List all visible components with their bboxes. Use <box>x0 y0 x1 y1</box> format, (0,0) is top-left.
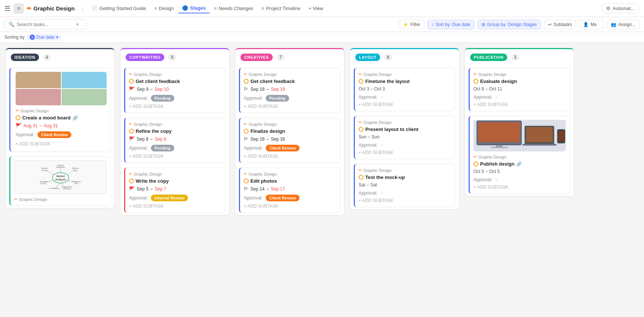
tab-project-timeline[interactable]: ≡ Project Timeline <box>258 4 304 13</box>
card-title: Edit photos <box>244 178 336 184</box>
add-subtask[interactable]: + ADD SUBTASK <box>473 102 566 107</box>
card-market-analysis[interactable]: Market Analysis Market Share Spending Gr… <box>9 156 111 206</box>
card-approval: Approval: – <box>473 95 566 100</box>
add-subtask[interactable]: + ADD SUBTASK <box>129 204 221 209</box>
header: ☰ ⚙ ✏ Graphic Design | 📄 Getting Started… <box>0 0 644 17</box>
svg-rect-28 <box>526 127 553 143</box>
card-approval: Approval: Pending <box>129 95 221 102</box>
svg-text:Mix: Mix <box>75 182 78 185</box>
badge-client[interactable]: Client Review <box>266 145 300 151</box>
tab-project-timeline-icon: ≡ <box>262 6 265 11</box>
card-project-label: ✏ Graphic Design <box>129 172 221 176</box>
card-get-client-feedback-copy[interactable]: ✏ Graphic Design Get client feedback 🚩 S… <box>124 68 226 113</box>
add-subtask[interactable]: + ADD SUBTASK <box>129 104 221 109</box>
card-finetune-layout[interactable]: ✏ Graphic Design Finetune the layout Oct… <box>354 68 455 111</box>
tab-view[interactable]: + View <box>305 4 327 13</box>
add-subtask[interactable]: + ADD SUBTASK <box>244 154 336 159</box>
card-test-mockup[interactable]: ✏ Graphic Design Test the mock-up Sat – … <box>354 164 455 207</box>
add-subtask[interactable]: + ADD SUBTASK <box>244 204 336 209</box>
card-approval: Approval: Internal Review <box>129 195 221 201</box>
column-header-copywriting: COPYWRITING 5 <box>120 49 229 65</box>
badge-client[interactable]: Client Review <box>266 195 300 201</box>
card-device-image <box>473 120 566 151</box>
sort-button[interactable]: ↕ Sort by: Due date <box>427 20 474 29</box>
sort-tag-chevron-icon[interactable]: ▾ <box>56 35 58 40</box>
svg-rect-24 <box>478 122 520 142</box>
tab-design-icon: ≡ <box>154 6 157 11</box>
tab-needs-changes[interactable]: ≡ Needs Changes <box>210 4 257 13</box>
svg-rect-26 <box>491 147 508 148</box>
page-title: ✏ Graphic Design <box>27 5 75 12</box>
card-dates: 🚩 Sep 8 – Sep 8 <box>129 136 221 142</box>
card-create-mood-board[interactable]: ✏ Graphic Design Create a mood board 🔗 🚩… <box>9 68 111 152</box>
sort-icon: ↕ <box>431 22 434 27</box>
card-edit-photos[interactable]: ✏ Graphic Design Edit photos 🏳 Sep 14 – … <box>239 167 340 213</box>
badge-internal[interactable]: Internal Review <box>151 195 188 201</box>
card-market-image: Market Analysis Market Share Spending Gr… <box>14 160 107 194</box>
card-present-layout[interactable]: ✏ Graphic Design Present layout to clien… <box>354 116 455 159</box>
card-evaluate-design[interactable]: ✏ Graphic Design Evaluate design Oct 6 –… <box>469 68 570 111</box>
card-dates: 🏳 Sep 18 – Sep 19 <box>244 86 336 92</box>
card-title: Get client feedback <box>244 79 336 84</box>
add-subtask[interactable]: + ADD SUBTASK <box>359 102 451 107</box>
toolbar-right: ⚡ Filter ↕ Sort by: Due date ⊞ Group by:… <box>399 20 640 29</box>
sort-tag[interactable]: ✕ Due date ▾ <box>27 34 61 41</box>
tab-design[interactable]: ≡ Design <box>151 4 178 13</box>
card-project-label: ✏ Graphic Design <box>244 172 336 176</box>
card-dates: Sat – Sat <box>359 182 451 188</box>
card-dates: 🚩 Aug 31 – Aug 31 <box>16 123 107 128</box>
badge-pending[interactable]: Pending <box>266 95 289 102</box>
link-icon: 🔗 <box>72 115 78 121</box>
card-publish-design[interactable]: ✏ Graphic Design Publish design 🔗 Oct 5 … <box>469 116 570 194</box>
card-project-label: ✏ Graphic Design <box>244 122 336 127</box>
svg-rect-31 <box>559 131 564 141</box>
automat-button[interactable]: ⚙ Automat... <box>601 3 640 13</box>
tab-getting-started-icon: 📄 <box>91 6 97 11</box>
column-header-creatives: CREATIVES 7 <box>235 49 344 65</box>
link-icon: 🔗 <box>516 161 522 167</box>
add-subtask[interactable]: + ADD SUBTASK <box>473 185 566 190</box>
svg-point-0 <box>52 173 69 183</box>
me-button[interactable]: 👤 Me · <box>579 20 604 29</box>
tab-getting-started[interactable]: 📄 Getting Started Guide <box>88 4 150 13</box>
automat-icon: ⚙ <box>606 6 611 11</box>
menu-icon[interactable]: ☰ <box>4 4 10 13</box>
subtasks-button[interactable]: ↩ Subtasks <box>544 20 576 29</box>
group-button[interactable]: ⊞ Group by: Design Stages <box>478 20 541 29</box>
dropdown-icon[interactable]: ▾ <box>76 22 79 27</box>
search-box[interactable]: 🔍 ▾ <box>4 19 86 29</box>
search-input[interactable] <box>17 22 72 27</box>
add-subtask[interactable]: + ADD SUBTASK <box>359 150 451 155</box>
card-finalize-design[interactable]: ✏ Graphic Design Finalize design 🏳 Sep 1… <box>239 118 340 163</box>
card-approval: Approval: Pending <box>244 95 336 102</box>
sort-tag-x-icon[interactable]: ✕ <box>30 35 35 40</box>
add-subtask[interactable]: + ADD SUBTASK <box>359 198 451 203</box>
column-copywriting: COPYWRITING 5 ✏ Graphic Design Get clien… <box>120 48 230 215</box>
tab-stages[interactable]: 🔵 Stages <box>178 3 210 13</box>
card-refine-the-copy[interactable]: ✏ Graphic Design Refine the copy 🚩 Sep 8… <box>124 118 226 163</box>
card-title: Write the copy <box>129 178 221 184</box>
add-subtask[interactable]: + ADD SUBTASK <box>16 140 107 148</box>
svg-rect-25 <box>496 145 502 147</box>
card-title: Finetune the layout <box>359 79 451 84</box>
card-project-label: ✏ Graphic Design <box>359 72 451 77</box>
add-subtask[interactable]: + ADD SUBTASK <box>129 154 221 159</box>
card-dates: Sun – Sun <box>359 134 451 140</box>
column-header-ideation: IDEATION 4 <box>6 49 114 65</box>
card-write-the-copy[interactable]: ✏ Graphic Design Write the copy 🚩 Sep 5 … <box>124 167 226 213</box>
badge-pending[interactable]: Pending <box>151 145 174 151</box>
card-get-client-feedback-creative[interactable]: ✏ Graphic Design Get client feedback 🏳 S… <box>239 68 340 113</box>
filter-button[interactable]: ⚡ Filter <box>399 20 424 29</box>
subtasks-icon: ↩ <box>548 22 552 27</box>
column-layout: LAYOUT 6 ✏ Graphic Design Finetune the l… <box>350 48 459 210</box>
copywriting-count: 5 <box>168 54 177 61</box>
approval-badge-client[interactable]: Client Review <box>38 131 72 138</box>
add-subtask[interactable]: + ADD SUBTASK <box>244 104 336 109</box>
card-project-label: ✏ Graphic Design <box>473 72 566 77</box>
assign-button[interactable]: 👥 Assign... <box>607 20 640 29</box>
svg-text:Share: Share <box>42 169 47 172</box>
card-approval: Approval: Client Review <box>244 195 336 201</box>
badge-pending[interactable]: Pending <box>151 95 174 102</box>
filter-icon: ⚡ <box>403 22 408 27</box>
card-title: Get client feedback <box>129 79 221 84</box>
